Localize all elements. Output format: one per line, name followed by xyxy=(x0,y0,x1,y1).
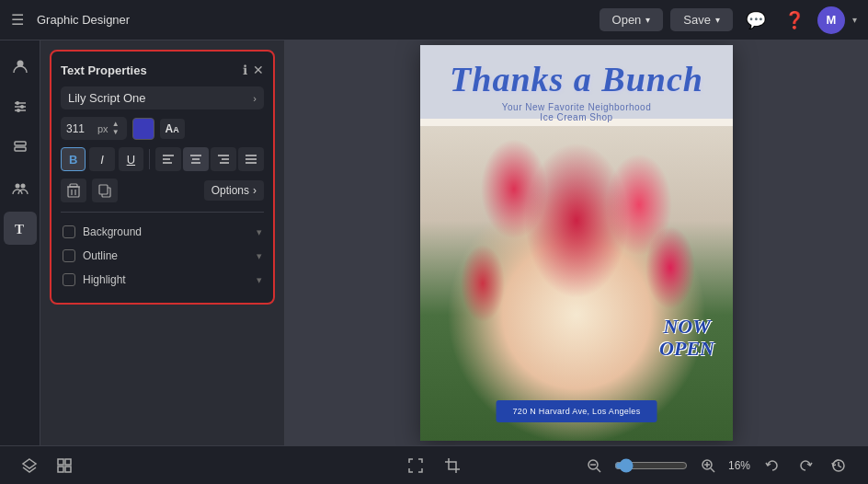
format-row: B I U xyxy=(61,147,264,171)
card-title: Text Properties xyxy=(61,63,147,77)
divider-1 xyxy=(61,212,264,213)
now-open-text: NOW OPEN xyxy=(659,316,714,360)
align-justify-button[interactable] xyxy=(238,147,264,171)
svg-point-10 xyxy=(20,184,25,189)
size-down-button[interactable]: ▼ xyxy=(110,129,121,136)
open-label: Open xyxy=(612,13,642,27)
sidebar-icon-sliders[interactable] xyxy=(4,90,37,123)
properties-panel: Text Properties ℹ ✕ Lily Script One › px… xyxy=(40,40,285,445)
close-icon[interactable]: ✕ xyxy=(253,63,264,77)
options-label: Options xyxy=(211,184,249,197)
align-group xyxy=(155,147,264,171)
sidebar-icon-group[interactable] xyxy=(4,171,37,204)
address-bar: 720 N Harvard Ave, Los Angeles xyxy=(497,400,657,422)
duplicate-button[interactable] xyxy=(92,179,118,202)
topbar: ☰ Graphic Designer Open ▾ Save ▾ 💬 ❓ M ▾ xyxy=(0,0,868,40)
svg-point-4 xyxy=(20,105,24,109)
svg-point-6 xyxy=(17,109,20,112)
help-icon-button[interactable]: ❓ xyxy=(779,6,810,34)
align-right-button[interactable] xyxy=(211,147,236,171)
sidebar-icon-layers[interactable] xyxy=(4,131,37,164)
underline-button[interactable]: U xyxy=(119,147,143,171)
aa-button[interactable]: AA xyxy=(160,119,185,139)
outline-toggle-row[interactable]: Outline ▾ xyxy=(61,244,264,268)
svg-rect-24 xyxy=(68,187,79,197)
highlight-checkbox[interactable] xyxy=(63,273,75,286)
size-row: px ▲ ▼ AA xyxy=(61,117,264,140)
zoom-controls: 16% xyxy=(579,451,758,480)
undo-icon[interactable] xyxy=(758,451,787,480)
svg-rect-33 xyxy=(65,459,71,465)
highlight-toggle-row[interactable]: Highlight ▾ xyxy=(61,268,264,292)
size-input-wrap: px ▲ ▼ xyxy=(61,117,127,140)
topbar-buttons: Open ▾ Save ▾ 💬 ❓ M ▾ xyxy=(600,6,857,34)
save-chevron: ▾ xyxy=(715,15,720,25)
svg-rect-7 xyxy=(15,142,26,145)
zoom-slider[interactable] xyxy=(614,458,688,473)
actions-row: Options › xyxy=(61,179,264,202)
italic-button[interactable]: I xyxy=(89,147,114,171)
background-toggle-row[interactable]: Background ▾ xyxy=(61,220,264,244)
outline-checkbox[interactable] xyxy=(63,249,75,262)
background-checkbox[interactable] xyxy=(63,225,75,238)
bottom-canvas-buttons xyxy=(15,451,79,480)
svg-rect-35 xyxy=(65,467,71,472)
format-separator-1 xyxy=(149,149,150,169)
avatar-chevron[interactable]: ▾ xyxy=(852,15,857,25)
sidebar-icon-text[interactable]: T xyxy=(4,212,37,245)
menu-icon[interactable]: ☰ xyxy=(11,11,24,29)
svg-rect-32 xyxy=(58,459,63,465)
options-chevron-icon: › xyxy=(253,184,257,197)
font-name-label: Lily Script One xyxy=(68,91,146,105)
background-label: Background xyxy=(83,225,257,238)
options-button[interactable]: Options › xyxy=(204,180,264,201)
outline-label: Outline xyxy=(83,249,257,262)
open-button[interactable]: Open ▾ xyxy=(600,8,664,31)
layers-bottom-icon[interactable] xyxy=(15,451,44,480)
color-swatch[interactable] xyxy=(132,118,154,140)
align-center-button[interactable] xyxy=(183,147,209,171)
svg-text:T: T xyxy=(15,222,24,236)
background-chevron-icon[interactable]: ▾ xyxy=(257,226,262,238)
now-open-badge: NOW OPEN xyxy=(659,316,714,360)
canvas[interactable]: Thanks a Bunch Your New Favorite Neighbo… xyxy=(420,45,733,441)
text-properties-card: Text Properties ℹ ✕ Lily Script One › px… xyxy=(50,50,275,305)
history-icon[interactable] xyxy=(824,451,853,480)
main-area: T Text Properties ℹ ✕ Lily Script One › xyxy=(0,40,868,445)
chat-icon-button[interactable]: 💬 xyxy=(740,6,771,34)
save-label: Save xyxy=(683,13,711,27)
font-chevron-icon: › xyxy=(253,93,257,104)
delete-button[interactable] xyxy=(61,179,86,202)
size-unit-label: px xyxy=(97,123,108,134)
align-left-button[interactable] xyxy=(155,147,181,171)
flower-background xyxy=(420,126,733,441)
outline-chevron-icon[interactable]: ▾ xyxy=(257,250,262,262)
sidebar-icon-person[interactable] xyxy=(4,50,37,83)
info-icon[interactable]: ℹ xyxy=(243,63,247,77)
highlight-chevron-icon[interactable]: ▾ xyxy=(257,274,262,286)
card-header-icons: ℹ ✕ xyxy=(243,63,264,77)
card-header: Text Properties ℹ ✕ xyxy=(61,63,264,77)
crop-icon[interactable] xyxy=(438,451,467,480)
canvas-header-text: Thanks a Bunch xyxy=(420,59,733,99)
svg-rect-34 xyxy=(58,467,63,472)
open-chevron: ▾ xyxy=(645,15,650,25)
zoom-in-button[interactable] xyxy=(693,451,723,480)
highlight-label: Highlight xyxy=(83,273,257,286)
zoom-out-button[interactable] xyxy=(579,451,609,480)
font-selector[interactable]: Lily Script One › xyxy=(61,86,264,109)
svg-rect-30 xyxy=(99,185,108,194)
save-button[interactable]: Save ▾ xyxy=(670,8,733,31)
redo-icon[interactable] xyxy=(791,451,820,480)
bold-button[interactable]: B xyxy=(61,147,86,171)
bottom-right-buttons xyxy=(758,451,853,480)
size-arrows: ▲ ▼ xyxy=(110,121,121,136)
fit-screen-icon[interactable] xyxy=(401,451,430,480)
canvas-sub-text: Your New Favorite Neighborhood Ice Cream… xyxy=(420,102,733,122)
svg-line-38 xyxy=(597,468,600,472)
font-size-input[interactable] xyxy=(66,122,96,135)
size-up-button[interactable]: ▲ xyxy=(110,121,121,128)
grid-icon[interactable] xyxy=(50,451,79,480)
avatar[interactable]: M xyxy=(817,6,845,34)
zoom-percentage: 16% xyxy=(728,459,758,472)
